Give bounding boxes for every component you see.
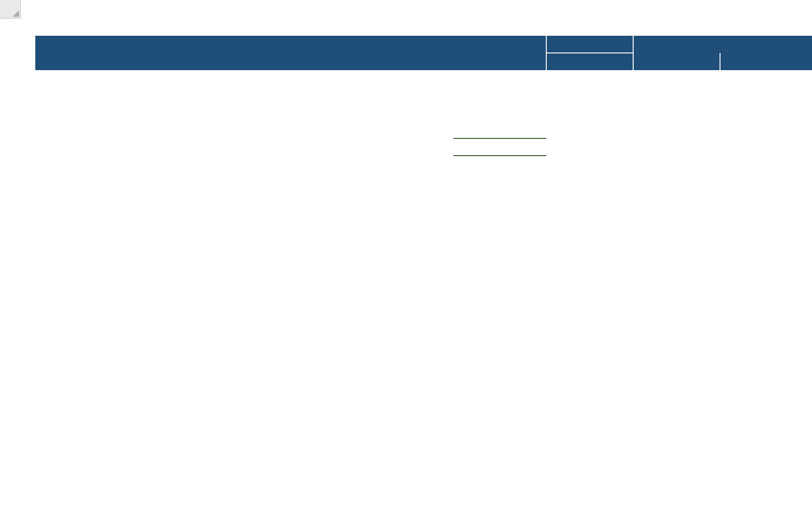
cap-rate-cell-top-border [453, 138, 546, 139]
cap-rate-cell-bottom-border [453, 155, 546, 156]
banner-year1-label [633, 53, 720, 70]
spreadsheet [0, 0, 812, 517]
banner-separator [546, 52, 633, 53]
banner-historical-label [546, 36, 633, 53]
banner-units-label [360, 53, 453, 70]
select-all-corner[interactable] [0, 0, 21, 19]
banner-year2-label [720, 53, 812, 70]
banner-separator [720, 53, 720, 70]
proforma-banner[interactable] [35, 36, 812, 70]
banner-year0-label [546, 53, 633, 70]
